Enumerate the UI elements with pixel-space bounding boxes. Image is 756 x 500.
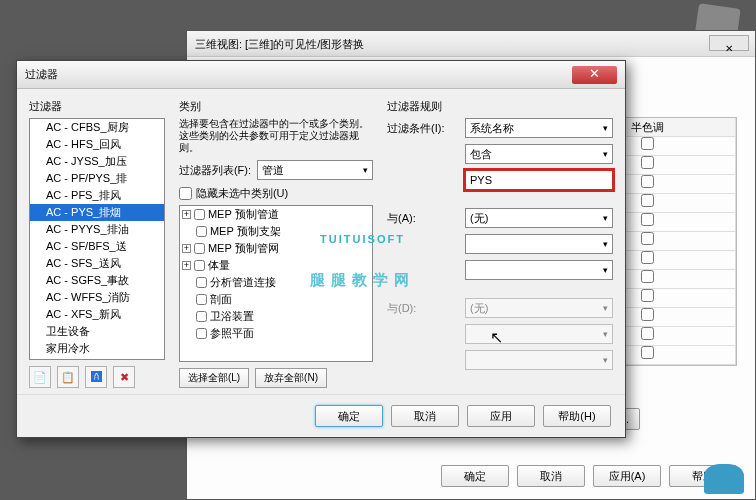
and-d-op	[465, 324, 613, 344]
rules-label: 过滤器规则	[387, 99, 613, 114]
bg-footer: 确定 取消 应用(A) 帮助	[441, 465, 737, 487]
filter-item[interactable]: 家用冷水	[30, 340, 164, 357]
category-checkbox[interactable]	[196, 294, 207, 305]
and-a-op[interactable]	[465, 234, 613, 254]
category-node[interactable]: +MEP 预制管网	[180, 240, 372, 257]
filter-item[interactable]: AC - SFS_送风	[30, 255, 164, 272]
dlg-footer: 确定 取消 应用 帮助(H)	[17, 394, 625, 437]
discipline-combo[interactable]: 管道	[257, 160, 373, 180]
filter-item[interactable]: 卫生设备	[30, 323, 164, 340]
close-icon[interactable]: ✕	[572, 66, 617, 84]
deselect-all-button[interactable]: 放弃全部(N)	[255, 368, 327, 388]
value-input[interactable]	[465, 170, 613, 190]
expand-icon[interactable]: +	[182, 210, 191, 219]
category-checkbox[interactable]	[196, 226, 207, 237]
filter-item[interactable]: AC - PFS_排风	[30, 187, 164, 204]
filter-item[interactable]: AC - CFBS_厨房	[30, 119, 164, 136]
filter-item[interactable]: AC - PF/PYS_排	[30, 170, 164, 187]
ok-button[interactable]: 确定	[315, 405, 383, 427]
and-a-label: 与(A):	[387, 211, 459, 226]
param-combo[interactable]: 系统名称	[465, 118, 613, 138]
category-checkbox[interactable]	[194, 243, 205, 254]
and-a-combo[interactable]: (无)	[465, 208, 613, 228]
category-checkbox[interactable]	[194, 209, 205, 220]
filter-item[interactable]: AC - SF/BFS_送	[30, 238, 164, 255]
and-d-label: 与(D):	[387, 301, 459, 316]
bg-title-text: 三维视图: [三维]的可见性/图形替换	[195, 38, 364, 50]
filter-item[interactable]: AC - PYS_排烟	[30, 204, 164, 221]
filter-list-label: 过滤器列表(F):	[179, 163, 251, 178]
delete-filter-icon[interactable]: ✖	[113, 366, 135, 388]
and-d-val	[465, 350, 613, 370]
new-filter-icon[interactable]: 📄	[29, 366, 51, 388]
bg-close-button[interactable]: ✕	[709, 35, 749, 51]
category-checkbox[interactable]	[196, 328, 207, 339]
categories-note: 选择要包含在过滤器中的一个或多个类别。这些类别的公共参数可用于定义过滤器规则。	[179, 118, 373, 154]
operator-combo[interactable]: 包含	[465, 144, 613, 164]
bg-apply-button[interactable]: 应用(A)	[593, 465, 661, 487]
filter-item[interactable]: AC - SGFS_事故	[30, 272, 164, 289]
bg-title-bar: 三维视图: [三维]的可见性/图形替换 ✕	[187, 31, 755, 57]
hide-unchecked-checkbox[interactable]	[179, 187, 192, 200]
dlg-title-text: 过滤器	[25, 67, 572, 82]
filter-item[interactable]: AC - PYYS_排油	[30, 221, 164, 238]
category-node[interactable]: +MEP 预制管道	[180, 206, 372, 223]
expand-icon[interactable]: +	[182, 261, 191, 270]
filter-toolbar: 📄 📋 🅰 ✖	[29, 366, 165, 388]
help-button[interactable]: 帮助(H)	[543, 405, 611, 427]
category-node[interactable]: 卫浴装置	[180, 308, 372, 325]
bg-cancel-button[interactable]: 取消	[517, 465, 585, 487]
filter-item[interactable]: AC - HFS_回风	[30, 136, 164, 153]
category-node[interactable]: MEP 预制支架	[180, 223, 372, 240]
cancel-button[interactable]: 取消	[391, 405, 459, 427]
hide-unchecked-label: 隐藏未选中类别(U)	[196, 186, 288, 201]
category-checkbox[interactable]	[196, 277, 207, 288]
and-d-combo[interactable]: (无)	[465, 298, 613, 318]
filter-item[interactable]: AC - XFS_新风	[30, 306, 164, 323]
category-checkbox[interactable]	[194, 260, 205, 271]
filters-label: 过滤器	[29, 99, 165, 114]
filter-listbox[interactable]: AC - CFBS_厨房AC - HFS_回风AC - JYSS_加压AC - …	[29, 118, 165, 360]
filter-item[interactable]: AC - WFFS_消防	[30, 289, 164, 306]
copy-filter-icon[interactable]: 📋	[57, 366, 79, 388]
filter-item[interactable]: AC - JYSS_加压	[30, 153, 164, 170]
filter-by-label: 过滤条件(I):	[387, 121, 459, 136]
category-node[interactable]: +体量	[180, 257, 372, 274]
category-tree[interactable]: +MEP 预制管道MEP 预制支架+MEP 预制管网+体量分析管道连接剖面卫浴装…	[179, 205, 373, 362]
category-node[interactable]: 分析管道连接	[180, 274, 372, 291]
category-node[interactable]: 剖面	[180, 291, 372, 308]
category-checkbox[interactable]	[196, 311, 207, 322]
categories-label: 类别	[179, 99, 373, 114]
expand-icon[interactable]: +	[182, 244, 191, 253]
rename-filter-icon[interactable]: 🅰	[85, 366, 107, 388]
and-a-val[interactable]	[465, 260, 613, 280]
apply-button[interactable]: 应用	[467, 405, 535, 427]
logo-elephant-icon	[704, 464, 744, 494]
category-node[interactable]: 参照平面	[180, 325, 372, 342]
dlg-title-bar[interactable]: 过滤器 ✕	[17, 61, 625, 89]
bg-ok-button[interactable]: 确定	[441, 465, 509, 487]
filter-dialog: 过滤器 ✕ 过滤器 AC - CFBS_厨房AC - HFS_回风AC - JY…	[16, 60, 626, 438]
select-all-button[interactable]: 选择全部(L)	[179, 368, 249, 388]
